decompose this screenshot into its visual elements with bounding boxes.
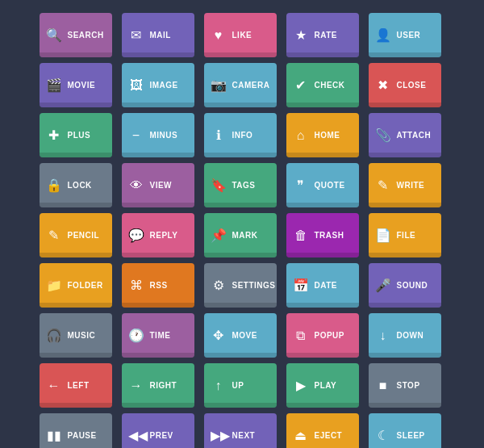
tile-quote[interactable]: ❞QUOTE (286, 163, 359, 207)
tile-next[interactable]: ▶▶NexT (204, 413, 277, 448)
popup-label: POPUP (315, 331, 345, 341)
sleep-icon: ☾ (375, 428, 391, 443)
icon-grid: 🔍SEARCH✉MAIL♥LIKE★RATE👤USER🎬MOVIE🖼IMAGE📷… (27, 0, 458, 448)
home-icon: ⌂ (293, 128, 309, 143)
down-label: DOWN (397, 331, 424, 341)
tile-time[interactable]: 🕐TIME (122, 313, 194, 358)
tile-rate[interactable]: ★RATE (286, 13, 359, 57)
tile-pause[interactable]: ▮▮PAUSE (40, 413, 112, 448)
tile-lock[interactable]: 🔒LOCK (40, 163, 112, 207)
move-label: MOVE (232, 331, 257, 341)
tile-check[interactable]: ✔CHECK (286, 63, 359, 107)
image-icon: 🖼 (128, 78, 144, 93)
date-label: DATE (315, 281, 337, 291)
mail-label: MAIL (150, 31, 171, 40)
tile-search[interactable]: 🔍SEARCH (40, 13, 112, 57)
trash-label: TRASH (315, 231, 344, 241)
attach-label: ATTACH (397, 131, 432, 140)
lock-icon: 🔒 (46, 178, 62, 193)
left-label: LEFT (68, 381, 90, 391)
date-icon: 📅 (293, 278, 309, 293)
tile-mark[interactable]: 📌MARK (204, 213, 277, 257)
check-label: CHECK (315, 81, 345, 90)
tile-settings[interactable]: ⚙SETTINGS (204, 263, 277, 308)
mark-icon: 📌 (211, 228, 227, 243)
movie-icon: 🎬 (46, 77, 62, 93)
music-label: MUSIC (68, 331, 96, 341)
folder-icon: 📁 (46, 278, 62, 293)
tile-sleep[interactable]: ☾SLEEP (369, 413, 441, 448)
tile-prev[interactable]: ◀◀PREV (122, 413, 194, 448)
pause-icon: ▮▮ (46, 428, 62, 443)
mark-label: MARK (232, 231, 258, 241)
tile-reply[interactable]: 💬REPLY (122, 213, 194, 257)
search-label: SEARCH (68, 31, 104, 40)
tile-rss[interactable]: ⌘RSS (122, 263, 194, 308)
tile-trash[interactable]: 🗑TRASH (286, 213, 359, 257)
tile-like[interactable]: ♥LIKE (204, 13, 277, 57)
tile-left[interactable]: ←LEFT (40, 363, 112, 408)
tile-mail[interactable]: ✉MAIL (122, 13, 194, 57)
tile-file[interactable]: 📄FILE (369, 213, 441, 257)
attach-icon: 📎 (375, 128, 391, 143)
quote-label: QUOTE (315, 181, 345, 191)
pencil-icon: ✎ (46, 228, 62, 243)
tile-pencil[interactable]: ✎PENCIL (40, 213, 112, 257)
tile-popup[interactable]: ⧉POPUP (286, 313, 359, 358)
tile-camera[interactable]: 📷CAMERA (204, 63, 277, 107)
right-icon: → (128, 379, 144, 393)
eject-label: EJECT (315, 431, 343, 441)
tile-date[interactable]: 📅DATE (286, 263, 359, 308)
tile-plus[interactable]: ✚PLUS (40, 113, 112, 157)
tile-eject[interactable]: ⏏EJECT (286, 413, 359, 448)
tile-down[interactable]: ↓DOWN (369, 313, 441, 358)
tile-view[interactable]: 👁VIEW (122, 163, 194, 207)
write-label: WRITE (397, 181, 425, 191)
settings-label: SETTINGS (232, 281, 276, 291)
tile-right[interactable]: →RIGHT (122, 363, 194, 408)
tags-label: TAGS (232, 181, 256, 191)
camera-icon: 📷 (211, 77, 227, 93)
camera-label: CAMERA (232, 81, 270, 90)
prev-icon: ◀◀ (128, 428, 144, 443)
trash-icon: 🗑 (293, 228, 309, 243)
close-icon: ✖ (375, 77, 391, 93)
minus-label: MINUS (150, 131, 178, 140)
tile-music[interactable]: 🎧MUSIC (40, 313, 112, 358)
eject-icon: ⏏ (293, 428, 309, 443)
tile-image[interactable]: 🖼IMAGE (122, 63, 194, 107)
info-label: INFO (232, 131, 253, 140)
rate-icon: ★ (293, 27, 309, 43)
tile-move[interactable]: ✥MOVE (204, 313, 277, 358)
tile-sound[interactable]: 🎤SOUND (369, 263, 441, 308)
close-label: CLOSE (397, 81, 427, 90)
play-icon: ▶ (293, 378, 309, 393)
next-icon: ▶▶ (211, 428, 227, 443)
prev-label: PREV (150, 431, 173, 441)
tile-close[interactable]: ✖CLOSE (369, 63, 441, 107)
next-label: NexT (232, 431, 256, 441)
home-label: HOME (315, 131, 340, 140)
stop-label: STOP (397, 381, 420, 391)
stop-icon: ■ (375, 379, 391, 393)
rate-label: RATE (315, 31, 337, 40)
tile-user[interactable]: 👤USER (369, 13, 441, 57)
tile-folder[interactable]: 📁FOLDER (40, 263, 112, 308)
tile-play[interactable]: ▶PLAY (286, 363, 359, 408)
file-label: FILE (397, 231, 416, 241)
reply-label: REPLY (150, 231, 178, 241)
tile-minus[interactable]: −MINUS (122, 113, 194, 157)
sleep-label: SLEEP (397, 431, 425, 441)
tile-info[interactable]: ℹINFO (204, 113, 277, 157)
tile-tags[interactable]: 🔖TAGS (204, 163, 277, 207)
tile-up[interactable]: ↑UP (204, 363, 277, 408)
tile-movie[interactable]: 🎬MOVIE (40, 63, 112, 107)
tile-home[interactable]: ⌂HOME (286, 113, 359, 157)
tile-stop[interactable]: ■STOP (369, 363, 441, 408)
tile-attach[interactable]: 📎ATTACH (369, 113, 441, 157)
file-icon: 📄 (375, 228, 391, 243)
mail-icon: ✉ (128, 27, 144, 43)
tile-write[interactable]: ✎WRITE (369, 163, 441, 207)
plus-icon: ✚ (46, 128, 62, 143)
check-icon: ✔ (293, 77, 309, 93)
